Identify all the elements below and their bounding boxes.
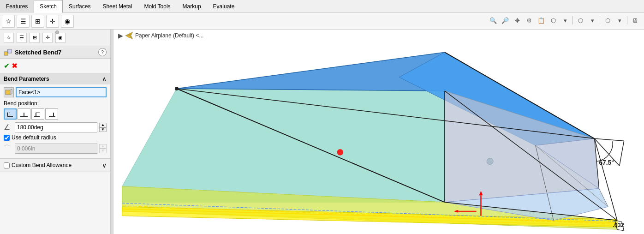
svg-rect-3 (6, 90, 10, 95)
search-icon[interactable]: 🔍 (488, 15, 499, 26)
tree-btn-2[interactable]: ☰ (17, 33, 27, 43)
panel-title-text: Sketched Bend7 (15, 49, 61, 56)
separator3 (627, 16, 627, 24)
custom-bend-checkbox[interactable] (4, 162, 10, 168)
svg-line-50 (617, 229, 624, 231)
red-dot (337, 149, 343, 156)
mini-indicator (55, 30, 59, 34)
right-toolbar: 🔍 🔎 ✥ ⚙ 📋 ⬡ ▾ ⬡ ▾ ⬡ ▾ 🖥 (488, 15, 640, 26)
angle-down-btn[interactable]: ▼ (99, 127, 107, 132)
toolbar-btn-plus[interactable]: ✛ (46, 15, 59, 28)
bend-pos-icon-1 (6, 110, 15, 118)
panel-title: Sketched Bend7 (4, 48, 61, 56)
bend-pos-btn-4[interactable] (45, 108, 58, 120)
cancel-button[interactable]: ✖ (12, 61, 18, 70)
menu-bar: Features Sketch Surfaces Sheet Metal Mol… (0, 0, 644, 13)
svg-line-46 (620, 141, 624, 166)
radius-up-btn: ▲ (99, 144, 107, 149)
toolbar-btn-list[interactable]: ☰ (17, 15, 30, 28)
bend-pos-icon-4 (47, 110, 56, 118)
angle-up-btn[interactable]: ▲ (99, 123, 107, 127)
svg-point-51 (175, 87, 179, 90)
move-icon[interactable]: ✥ (512, 15, 523, 26)
svg-marker-19 (122, 89, 445, 202)
tab-surfaces[interactable]: Surfaces (63, 0, 96, 13)
radius-input (15, 144, 97, 154)
angle-spinner: ▲ ▼ (99, 123, 107, 132)
dropdown2-icon[interactable]: ▾ (587, 15, 598, 26)
help-button[interactable]: ? (98, 48, 107, 56)
face-input[interactable] (16, 87, 107, 97)
angle-icon: ∠ (4, 123, 13, 132)
toolbar-btn-circle[interactable]: ◉ (61, 15, 74, 28)
svg-line-45 (595, 138, 624, 141)
angle-row: ∠ ▲ ▼ (4, 122, 107, 132)
clipboard-icon[interactable]: 📋 (536, 15, 547, 26)
bend-parameters-content: Bend position: (0, 84, 110, 158)
tree-btn-4[interactable]: ✛ (42, 33, 53, 43)
face-icon-svg (5, 88, 13, 96)
svg-line-5 (10, 94, 12, 95)
bend-pos-icon-2 (19, 110, 29, 118)
bend-pos-btn-3[interactable] (31, 108, 44, 120)
tree-btn-3[interactable]: ⊞ (30, 33, 40, 43)
settings-icon[interactable]: ⚙ (524, 15, 535, 26)
monitor-icon[interactable]: 🖥 (629, 15, 640, 26)
tab-mold-tools[interactable]: Mold Tools (138, 0, 176, 13)
search2-icon[interactable]: 🔎 (500, 15, 511, 26)
custom-bend-expand-icon: ∨ (102, 162, 107, 169)
view-icon[interactable]: ⬡ (575, 15, 586, 26)
dropdown1-icon[interactable]: ▾ (560, 15, 571, 26)
collapse-bend-icon: ∧ (102, 75, 107, 83)
tab-sketch[interactable]: Sketch (34, 0, 63, 13)
tab-evaluate[interactable]: Evaluate (207, 0, 241, 13)
radius-row: ⌒ ▲ ▼ (4, 144, 107, 154)
action-buttons: ✔ ✖ (0, 59, 110, 73)
panel-header: Sketched Bend7 ? (0, 46, 110, 59)
custom-bend-label[interactable]: Custom Bend Allowance (12, 162, 72, 168)
separator2 (600, 16, 600, 24)
bend-parameters-header[interactable]: Bend Parameters ∧ (0, 73, 110, 84)
bend-parameters-section: Bend Parameters ∧ (0, 73, 110, 159)
sketched-bend-icon (4, 48, 12, 56)
use-default-radius-checkbox[interactable] (4, 135, 10, 141)
toolbar-row: ☆ ☰ ⊞ ✛ ◉ 🔍 🔎 ✥ ⚙ 📋 ⬡ ▾ ⬡ ▾ ⬡ ▾ 🖥 (0, 13, 644, 30)
bend-pos-btn-2[interactable] (18, 108, 30, 120)
radius-icon: ⌒ (4, 144, 13, 153)
toolbar-btn-grid[interactable]: ⊞ (31, 15, 44, 28)
main-layout: ☆ ☰ ⊞ ✛ ◉ Sketched Bend7 ? ✔ ✖ (0, 30, 644, 234)
radius-down-btn: ▼ (99, 149, 107, 153)
shape-icon[interactable]: ⬡ (548, 15, 559, 26)
dropdown3-icon[interactable]: ▾ (614, 15, 625, 26)
face-selector-icon (4, 87, 14, 97)
use-default-radius-row: Use default radius (4, 134, 107, 141)
custom-bend-section[interactable]: Custom Bend Allowance ∨ (0, 159, 110, 172)
svg-rect-0 (4, 52, 8, 55)
svg-rect-1 (8, 49, 12, 53)
toolbar-btn-star[interactable]: ☆ (2, 15, 15, 28)
tab-features[interactable]: Features (0, 0, 34, 13)
use-default-radius-label[interactable]: Use default radius (12, 134, 56, 141)
angle-input[interactable] (15, 122, 97, 132)
svg-line-4 (10, 89, 12, 90)
bend-pos-icon-3 (33, 110, 42, 118)
separator1 (572, 16, 573, 24)
viewport[interactable]: ▶ Paper Airplane (Default) <... (113, 30, 644, 234)
bend-parameters-title: Bend Parameters (4, 76, 49, 82)
model-viewport-svg: 67.5° .032 (113, 30, 644, 234)
tree-btn-1[interactable]: ☆ (4, 33, 14, 43)
bend-position-label: Bend position: (4, 100, 107, 107)
accept-button[interactable]: ✔ (4, 61, 10, 70)
face-input-row (4, 87, 107, 97)
tab-sheet-metal[interactable]: Sheet Metal (96, 0, 138, 13)
bend-pos-btn-1[interactable] (4, 108, 17, 120)
tab-markup[interactable]: Markup (177, 0, 207, 13)
gray-dot (487, 158, 493, 165)
bend-position-buttons (4, 108, 107, 120)
custom-bend-left: Custom Bend Allowance (4, 162, 72, 168)
display-icon[interactable]: ⬡ (602, 15, 613, 26)
radius-spinner: ▲ ▼ (99, 144, 107, 153)
left-panel: ☆ ☰ ⊞ ✛ ◉ Sketched Bend7 ? ✔ ✖ (0, 30, 111, 234)
